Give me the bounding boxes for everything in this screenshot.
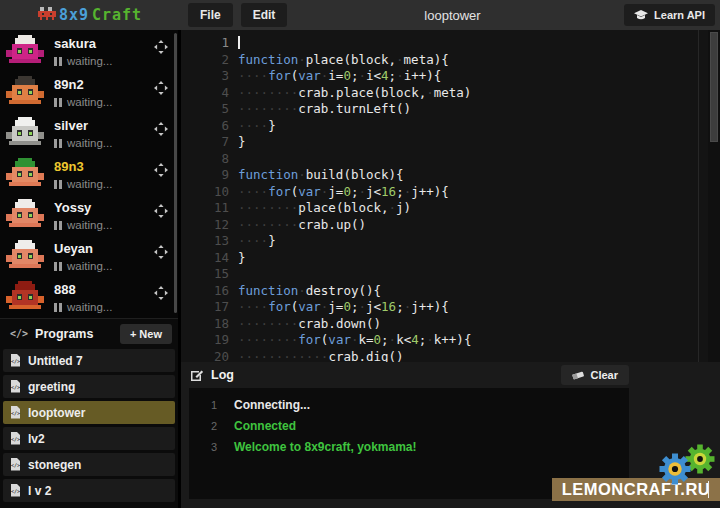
file-menu-button[interactable]: File (188, 3, 233, 27)
player-info: Yossywaiting... (54, 199, 154, 235)
svg-text:</>: </> (11, 436, 20, 442)
edit-menu-button[interactable]: Edit (241, 3, 288, 27)
move-icon[interactable] (154, 40, 168, 71)
move-icon[interactable] (154, 122, 168, 153)
player-status: waiting... (54, 55, 154, 67)
code-line[interactable]: 9function·build(block){ (181, 167, 720, 184)
line-number: 15 (181, 266, 238, 283)
player-avatar-icon (6, 76, 46, 112)
program-item[interactable]: </>stonegen (3, 453, 175, 476)
code-line[interactable]: 7} (181, 134, 720, 151)
player-row[interactable]: silverwaiting... (0, 112, 178, 153)
code-icon: </> (10, 328, 28, 339)
code-line[interactable]: 14} (181, 250, 720, 267)
program-label: lv2 (28, 432, 45, 446)
log-entry-text: Welcome to 8x9craft, yokmama! (234, 437, 417, 458)
code-text: } (238, 250, 246, 267)
clear-label: Clear (590, 369, 618, 381)
player-name: sakura (54, 37, 154, 51)
player-row[interactable]: 888waiting... (0, 276, 178, 317)
line-number: 8 (181, 151, 238, 168)
code-line[interactable]: 17····for(var·j=0;·j<16;·j++){ (181, 299, 720, 316)
program-label: Untitled 7 (28, 354, 83, 368)
code-editor[interactable]: 12function·place(block,·meta){3····for(v… (181, 30, 720, 362)
code-text: } (238, 134, 246, 151)
code-text: ····} (238, 233, 276, 250)
code-line[interactable]: 13····} (181, 233, 720, 250)
code-line[interactable]: 5········crab.turnLeft() (181, 101, 720, 118)
move-icon[interactable] (154, 286, 168, 317)
move-icon[interactable] (154, 163, 168, 194)
code-text: ····for(var·j=0;·j<16;·j++){ (238, 299, 449, 316)
code-line[interactable]: 16function·destroy(){ (181, 283, 720, 300)
player-info: 89n2waiting... (54, 76, 154, 112)
svg-text:</>: </> (11, 358, 20, 364)
log-entry: 3Welcome to 8x9craft, yokmama! (189, 437, 629, 458)
player-status-label: waiting... (67, 301, 112, 313)
player-row[interactable]: 89n3waiting... (0, 153, 178, 194)
clear-log-button[interactable]: Clear (561, 365, 629, 385)
app-logo: 8x9 Craft (0, 6, 180, 24)
line-number: 2 (181, 52, 238, 69)
editor-scrollbar-thumb[interactable] (710, 32, 718, 142)
code-lines: 12function·place(block,·meta){3····for(v… (181, 30, 720, 362)
code-line[interactable]: 15 (181, 266, 720, 283)
program-item[interactable]: </>lv2 (3, 427, 175, 450)
pause-icon (54, 57, 62, 66)
menubar: 8x9 Craft looptower File Edit Learn API (0, 0, 720, 30)
move-icon[interactable] (154, 81, 168, 112)
log-entry-number: 2 (189, 416, 217, 437)
code-line[interactable]: 10····for(var·j=0;·j<16;·j++){ (181, 184, 720, 201)
program-file-icon: </> (10, 432, 21, 445)
player-status: waiting... (54, 137, 154, 149)
code-line[interactable]: 18········crab.down() (181, 316, 720, 333)
code-line[interactable]: 8 (181, 151, 720, 168)
logo-text-craft: Craft (92, 6, 142, 24)
svg-text:</>: </> (11, 384, 20, 390)
code-text: function·build(block){ (238, 167, 404, 184)
code-line[interactable]: 20············crab.dig() (181, 349, 720, 363)
program-item[interactable]: </>looptower (3, 401, 175, 424)
code-text: ········crab.down() (238, 316, 381, 333)
player-row[interactable]: sakurawaiting... (0, 30, 178, 71)
editor-scrollbar[interactable] (708, 30, 720, 362)
code-line[interactable]: 4········crab.place(block,·meta) (181, 85, 720, 102)
move-icon[interactable] (154, 245, 168, 276)
program-item[interactable]: </>l v 2 (3, 479, 175, 502)
player-list-scrollbar[interactable] (174, 33, 177, 313)
line-number: 20 (181, 349, 238, 363)
code-line[interactable]: 19········for(var·k=0;·k<4;·k++){ (181, 332, 720, 349)
player-row[interactable]: Ueyanwaiting... (0, 235, 178, 276)
learn-api-button[interactable]: Learn API (624, 4, 715, 26)
line-number: 4 (181, 85, 238, 102)
program-item[interactable]: </>Untitled 7 (3, 349, 175, 372)
move-icon[interactable] (154, 204, 168, 235)
graduation-cap-icon (634, 10, 648, 21)
player-status-label: waiting... (67, 219, 112, 231)
line-number: 1 (181, 35, 238, 52)
programs-panel: </> Programs + New </>Untitled 7 </>gree… (0, 318, 178, 508)
code-line[interactable]: 11········place(block,·j) (181, 200, 720, 217)
code-line[interactable]: 3····for(var·i=0;·i<4;·i++){ (181, 68, 720, 85)
new-program-button[interactable]: + New (120, 324, 172, 344)
code-line[interactable]: 12········crab.up() (181, 217, 720, 234)
code-line[interactable]: 2function·place(block,·meta){ (181, 52, 720, 69)
text-cursor (238, 36, 240, 49)
player-status: waiting... (54, 301, 154, 313)
svg-text:</>: </> (11, 488, 20, 494)
player-name: Ueyan (54, 242, 154, 256)
code-line[interactable]: 6····} (181, 118, 720, 135)
code-text: ····for(var·j=0;·j<16;·j++){ (238, 184, 449, 201)
player-info: sakurawaiting... (54, 35, 154, 71)
player-info: 888waiting... (54, 281, 154, 317)
program-item[interactable]: </>greeting (3, 375, 175, 398)
line-number: 11 (181, 200, 238, 217)
player-row[interactable]: 89n2waiting... (0, 71, 178, 112)
player-name: 888 (54, 283, 154, 297)
player-row[interactable]: Yossywaiting... (0, 194, 178, 235)
code-line[interactable]: 1 (181, 35, 720, 52)
code-text: ········crab.up() (238, 217, 366, 234)
log-header: Log Clear (181, 362, 629, 388)
pause-icon (54, 98, 62, 107)
log-entry-number: 3 (189, 437, 217, 458)
